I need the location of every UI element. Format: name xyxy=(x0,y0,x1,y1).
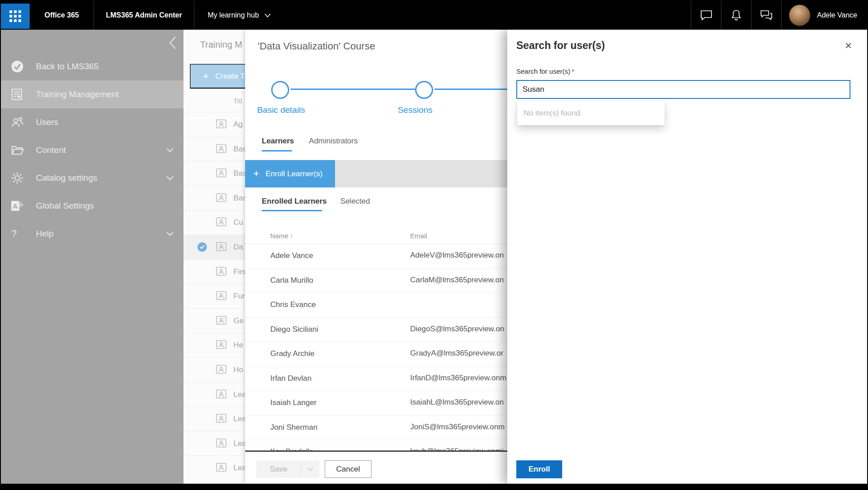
step-label-basic-details[interactable]: Basic details xyxy=(245,105,317,115)
enroll-button[interactable]: Enroll xyxy=(516,460,562,478)
sidebar-item-catalog-settings[interactable]: Catalog settings xyxy=(1,164,183,192)
table-row[interactable]: Irfan Devlan IrfanD@lms365preview.onm xyxy=(245,367,510,392)
training-list: Ag Bas xyxy=(183,112,245,484)
user-menu[interactable]: Adele Vance xyxy=(782,1,867,30)
app-launcher-button[interactable] xyxy=(1,4,30,29)
title-column-header: Titl xyxy=(233,97,242,105)
learner-email: AdeleV@lms365preview.on xyxy=(410,251,504,260)
create-training-button[interactable]: + Create Tr xyxy=(190,64,245,89)
top-bar: Office 365 LMS365 Admin Center My learni… xyxy=(1,1,867,30)
feedback-button[interactable] xyxy=(752,1,781,30)
list-item-title: Bas xyxy=(233,169,245,178)
list-item[interactable]: Lea xyxy=(183,382,245,407)
list-item[interactable]: Ge xyxy=(183,308,245,333)
tab-learners[interactable]: Learners xyxy=(262,137,294,146)
learner-email: GradyA@lms365preview.or xyxy=(410,349,503,358)
list-item[interactable]: Ho xyxy=(183,357,245,382)
list-item[interactable]: Lea xyxy=(183,406,245,431)
list-item[interactable]: Da xyxy=(183,235,245,259)
list-item[interactable]: Fur xyxy=(183,284,245,308)
users-icon xyxy=(11,116,24,128)
folder-icon xyxy=(11,145,24,156)
search-field-label: Search for user(s)* xyxy=(516,67,574,75)
sidebar-menu: Back to LMS365 Training Management xyxy=(1,53,183,248)
sidebar-item-training-management[interactable]: Training Management xyxy=(1,80,183,108)
tab-administrators[interactable]: Administrators xyxy=(309,137,358,146)
name-column-header[interactable]: Name↑ xyxy=(270,232,293,240)
enroll-learners-label: Enroll Learner(s) xyxy=(265,169,322,178)
user-name: Adele Vance xyxy=(817,11,857,19)
step-label-sessions[interactable]: Sessions xyxy=(379,105,451,115)
active-subtab-underline xyxy=(262,210,322,211)
learner-email: IrfanD@lms365preview.onm xyxy=(410,374,506,383)
sidebar-item-content[interactable]: Content xyxy=(1,136,183,164)
chevron-down-icon xyxy=(166,232,174,236)
list-item[interactable]: Lea xyxy=(183,431,245,456)
table-row[interactable]: Kay Bradelle kayb@lms365preview.onmi xyxy=(245,440,510,450)
chat-button[interactable] xyxy=(691,1,721,30)
list-item[interactable]: Bas xyxy=(183,161,245,186)
learner-email: CarlaM@lms365preview.on xyxy=(410,276,504,285)
sidebar-item-label: Global Settings xyxy=(36,201,94,211)
list-item[interactable]: He xyxy=(183,333,245,357)
learner-name: Diego Siciliani xyxy=(270,325,318,334)
bell-icon xyxy=(731,9,742,21)
list-item[interactable]: Lea xyxy=(183,455,245,480)
enrolled-learners-table: Adele Vance AdeleV@lms365preview.on Carl… xyxy=(245,244,510,450)
list-item[interactable]: Cu xyxy=(183,210,245,235)
table-row[interactable]: Carla Murillo CarlaM@lms365preview.on xyxy=(245,269,510,294)
sidebar-item-users[interactable]: Users xyxy=(1,108,183,136)
required-asterisk: * xyxy=(572,67,574,75)
list-item[interactable]: Ag xyxy=(183,112,245,137)
step-basic-details-circle[interactable] xyxy=(271,81,289,99)
learner-name: Joni Sherman xyxy=(270,423,318,432)
table-row[interactable]: Joni Sherman JoniS@lms365preview.onm xyxy=(245,416,510,441)
sidebar-item-global-settings[interactable]: A Global Settings xyxy=(1,192,183,220)
search-users-input[interactable] xyxy=(516,80,850,99)
list-item-title: Da xyxy=(233,243,243,252)
brand-lms365-admin-center[interactable]: LMS365 Admin Center xyxy=(94,11,193,19)
person-icon xyxy=(216,168,227,178)
learner-email: JoniS@lms365preview.onm xyxy=(410,423,505,432)
table-row[interactable]: Diego Siciliani DiegoS@lms365preview.on xyxy=(245,318,510,343)
table-row[interactable]: Chris Evance xyxy=(245,293,510,318)
learner-name: Isaiah Langer xyxy=(270,398,317,407)
person-icon xyxy=(216,463,227,472)
subtab-selected[interactable]: Selected xyxy=(340,197,370,206)
person-icon xyxy=(216,291,227,300)
hub-selector[interactable]: My learning hub xyxy=(194,11,284,19)
enroll-learners-button[interactable]: + Enroll Learner(s) xyxy=(245,160,335,187)
sidebar-navigation: Back to LMS365 Training Management xyxy=(1,30,183,484)
page-title: Training M xyxy=(200,40,242,50)
cancel-button[interactable]: Cancel xyxy=(325,460,371,478)
save-split-button[interactable]: Save xyxy=(256,460,319,478)
save-label: Save xyxy=(256,465,301,474)
brand-office365[interactable]: Office 365 xyxy=(30,11,94,19)
person-icon xyxy=(216,340,227,349)
learner-name: Grady Archie xyxy=(270,349,314,358)
list-item[interactable]: Bas xyxy=(183,186,245,210)
notifications-button[interactable] xyxy=(721,1,751,30)
sidebar-item-label: Content xyxy=(36,145,66,155)
sidebar-item-back-to-lms365[interactable]: Back to LMS365 xyxy=(1,53,183,80)
list-item[interactable]: Bas xyxy=(183,137,245,161)
close-icon[interactable]: × xyxy=(845,40,852,51)
chevron-down-icon xyxy=(166,176,174,180)
table-row[interactable]: Isaiah Langer IsaiahL@lms365preview.on xyxy=(245,391,510,416)
email-column-header[interactable]: Email xyxy=(410,232,427,240)
sidebar-collapse-button[interactable] xyxy=(169,36,176,49)
table-row[interactable]: Adele Vance AdeleV@lms365preview.on xyxy=(245,244,510,269)
table-row[interactable]: Grady Archie GradyA@lms365preview.or xyxy=(245,342,510,367)
list-item[interactable]: Firs xyxy=(183,259,245,284)
learner-email: kayb@lms365preview.onmi xyxy=(410,447,503,450)
step-sessions-circle[interactable] xyxy=(415,81,433,99)
course-title: 'Data Visualization' Course xyxy=(258,40,375,52)
sidebar-item-help[interactable]: ? Help xyxy=(1,220,183,248)
training-icon xyxy=(11,89,22,101)
gear-icon xyxy=(11,172,23,184)
subtab-enrolled-learners[interactable]: Enrolled Learners xyxy=(262,197,327,206)
learner-email: DiegoS@lms365preview.on xyxy=(410,325,504,334)
learner-email: IsaiahL@lms365preview.on xyxy=(410,398,504,407)
search-results-dropdown: No item(s) found. xyxy=(517,101,665,125)
sidebar-item-label: Catalog settings xyxy=(36,173,97,183)
